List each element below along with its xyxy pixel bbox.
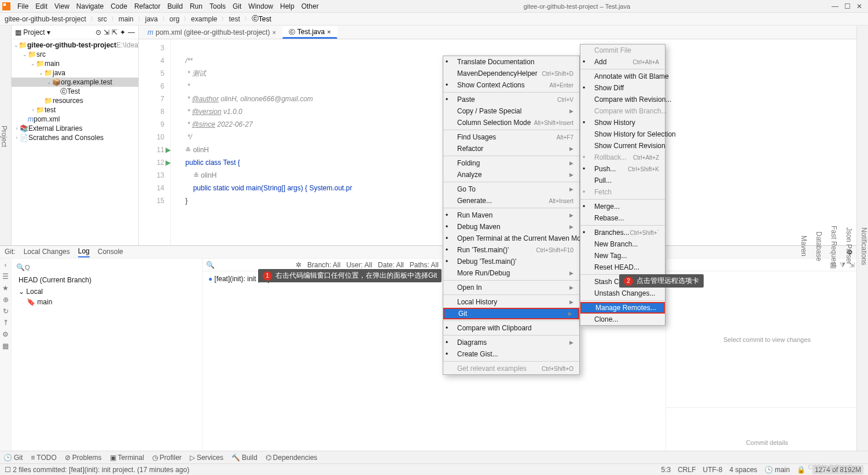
menu-navigate[interactable]: Navigate xyxy=(73,1,107,12)
left-tool-project[interactable]: Project xyxy=(0,28,8,245)
status-lock-icon[interactable]: 🔒 xyxy=(797,466,806,474)
filter-date[interactable]: Date: All xyxy=(378,261,404,269)
menu-file[interactable]: File xyxy=(14,1,32,12)
menu-item[interactable]: •Debug 'Test.main()' xyxy=(443,256,579,267)
run-gutter-icon[interactable]: ▶ xyxy=(165,156,171,169)
menu-item[interactable]: •Push...Ctrl+Shift+K xyxy=(580,163,665,175)
menu-edit[interactable]: Edit xyxy=(32,1,51,12)
menu-item[interactable]: •Debug Maven▶ xyxy=(443,221,579,233)
crumb-org[interactable]: org xyxy=(170,15,179,23)
git-left-toolbar[interactable]: ‹☰★⊕↻⤒⚙▦ xyxy=(0,259,12,475)
menu-item[interactable]: Reset HEAD... xyxy=(580,262,665,273)
menu-item[interactable]: •Run Maven▶ xyxy=(443,209,579,221)
menu-item[interactable]: New Branch... xyxy=(580,238,665,250)
menu-item[interactable]: Find UsagesAlt+F7 xyxy=(443,131,579,143)
menu-item[interactable]: MavenDependencyHelperCtrl+Shift+D xyxy=(443,68,579,79)
menu-item[interactable]: Show Current Revision xyxy=(580,140,665,152)
bottom-terminal[interactable]: ▣ Terminal xyxy=(110,454,144,462)
expand-all-icon[interactable]: ⇲ xyxy=(104,28,109,36)
menu-item[interactable]: •AddCtrl+Alt+A xyxy=(580,56,665,68)
bottom-build[interactable]: 🔨 Build xyxy=(231,454,258,462)
crumb-java[interactable]: java xyxy=(145,15,158,23)
menu-view[interactable]: View xyxy=(51,1,73,12)
gear-icon[interactable]: ✦ xyxy=(120,28,126,36)
minimize-icon[interactable]: — xyxy=(832,2,838,10)
menu-item[interactable]: •Show Diff xyxy=(580,82,665,94)
menu-build[interactable]: Build xyxy=(164,1,186,12)
bottom-problems[interactable]: ⊘ Problems xyxy=(65,454,102,462)
hide-icon[interactable]: — xyxy=(128,28,135,36)
menu-item[interactable]: Folding▶ xyxy=(443,157,579,169)
status-pos[interactable]: 5:3 xyxy=(661,466,671,474)
branch-main[interactable]: 🔖 main xyxy=(14,297,200,307)
log-search-input[interactable] xyxy=(220,261,290,269)
menu-item[interactable]: •Branches...Ctrl+Shift+` xyxy=(580,227,665,238)
menu-item[interactable]: New Tag... xyxy=(580,250,665,262)
head-label[interactable]: HEAD (Current Branch) xyxy=(19,276,91,284)
menu-item[interactable]: Rebase... xyxy=(580,212,665,224)
status-crlf[interactable]: CRLF xyxy=(678,466,696,474)
menu-run[interactable]: Run xyxy=(186,1,206,12)
bottom-git[interactable]: 🕒 Git xyxy=(3,454,23,462)
menu-other[interactable]: Other xyxy=(298,1,322,12)
select-opened-file-icon[interactable]: ⊙ xyxy=(95,28,101,36)
tab-test-java[interactable]: ⓒ Test.java × xyxy=(282,26,337,39)
menu-window[interactable]: Window xyxy=(245,1,277,12)
tab-pom[interactable]: m pom.xml (gitee-or-github-test-project)… xyxy=(141,26,282,39)
menu-item[interactable]: Generate...Alt+Insert xyxy=(443,195,579,207)
menu-item[interactable]: Unstash Changes... xyxy=(580,288,665,299)
menu-item[interactable]: •Create Gist... xyxy=(443,348,579,360)
tree-node-package[interactable]: ⌄📦 org.example.test xyxy=(12,78,138,87)
filter-user[interactable]: User: All xyxy=(346,261,372,269)
menu-item[interactable]: •PasteCtrl+V xyxy=(443,94,579,105)
right-tool-strip[interactable]: Notifications Json Parser Fast Request D… xyxy=(856,25,868,462)
status-enc[interactable]: UTF-8 xyxy=(703,466,723,474)
gear-icon[interactable]: ✲ xyxy=(296,261,301,269)
menu-item[interactable]: Clone... xyxy=(580,314,665,325)
crumb-class[interactable]: ⓒ Test xyxy=(252,14,271,24)
bottom-todo[interactable]: ≡ TODO xyxy=(31,454,56,462)
maximize-icon[interactable]: ☐ xyxy=(844,2,851,10)
menu-help[interactable]: Help xyxy=(277,1,298,12)
menu-item[interactable]: •Diagrams▶ xyxy=(443,337,579,348)
run-gutter-icon[interactable]: ▶ xyxy=(165,143,171,156)
tree-node-test-class[interactable]: ⓒ Test xyxy=(12,87,138,96)
status-branch[interactable]: 🕒 main xyxy=(764,466,790,474)
menu-refactor[interactable]: Refactor xyxy=(131,1,164,12)
editor-context-menu[interactable]: •Translate DocumentationMavenDependencyH… xyxy=(443,56,580,375)
menu-item[interactable]: •Run 'Test.main()'Ctrl+Shift+F10 xyxy=(443,244,579,256)
git-tab-console[interactable]: Console xyxy=(98,248,123,257)
menu-item[interactable]: •Show History xyxy=(580,117,665,128)
bottom-profiler[interactable]: ◷ Profiler xyxy=(152,454,182,462)
menu-item[interactable]: More Run/Debug▶ xyxy=(443,267,579,279)
project-tree[interactable]: ⌄📁 gitee-or-github-test-project E:\IdeaW… xyxy=(12,39,138,143)
menu-item[interactable]: Go To▶ xyxy=(443,183,579,195)
menu-item[interactable]: •Translate Documentation xyxy=(443,56,579,68)
crumb-main[interactable]: main xyxy=(119,15,134,23)
git-branch-tree[interactable]: 🔍 HEAD (Current Branch) ⌄ Local 🔖 main xyxy=(12,259,203,475)
git-tab-log[interactable]: Log xyxy=(78,247,90,257)
menu-code[interactable]: Code xyxy=(107,1,131,12)
bottom-deps[interactable]: ⌬ Dependencies xyxy=(266,454,318,462)
menu-git[interactable]: Git xyxy=(229,1,245,12)
menu-item[interactable]: Analyze▶ xyxy=(443,169,579,181)
menu-item[interactable]: •Show Context ActionsAlt+Enter xyxy=(443,79,579,91)
crumb-project[interactable]: gitee-or-github-test-project xyxy=(5,15,86,23)
crumb-test[interactable]: test xyxy=(229,15,240,23)
close-icon[interactable]: ✕ xyxy=(856,2,862,10)
menu-item[interactable]: Local History▶ xyxy=(443,296,579,308)
status-indent[interactable]: 4 spaces xyxy=(730,466,757,474)
menu-item[interactable]: Manage Remotes... xyxy=(580,302,665,314)
menu-item[interactable]: •Compare with Clipboard xyxy=(443,322,579,334)
filter-branch[interactable]: Branch: All xyxy=(307,261,340,269)
collapse-all-icon[interactable]: ⇱ xyxy=(112,28,117,36)
git-tab-local[interactable]: Local Changes xyxy=(24,248,70,257)
menu-item[interactable]: •Merge... xyxy=(580,201,665,212)
menu-item[interactable]: •Open Terminal at the Current Maven Modu… xyxy=(443,233,579,244)
menu-item[interactable]: Copy / Paste Special▶ xyxy=(443,105,579,117)
menu-item[interactable]: Open In▶ xyxy=(443,282,579,293)
menu-item[interactable]: Annotate with Git Blame xyxy=(580,71,665,82)
menu-tools[interactable]: Tools xyxy=(206,1,229,12)
branch-search-input[interactable] xyxy=(25,264,197,271)
menu-item[interactable]: Pull... xyxy=(580,175,665,186)
